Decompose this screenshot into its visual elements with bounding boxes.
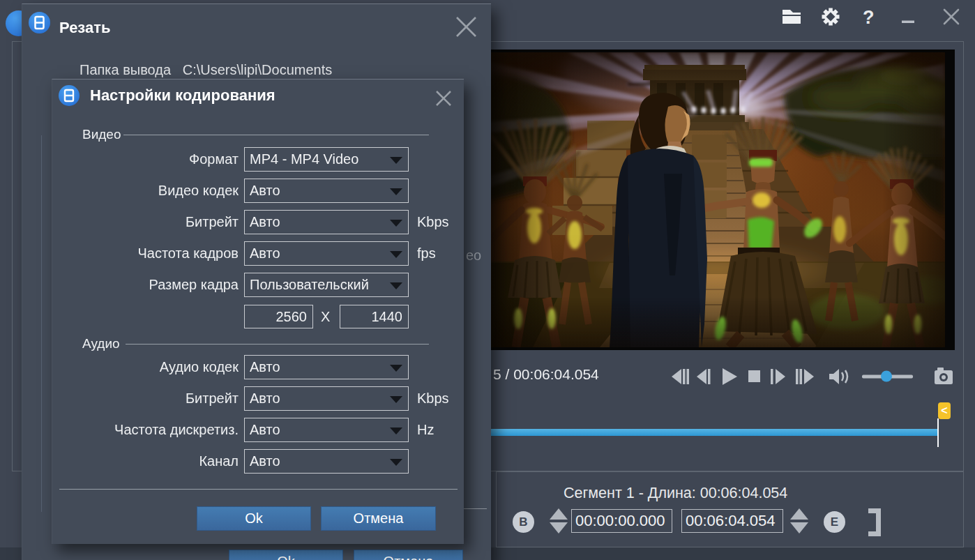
svg-text:?: ? xyxy=(863,7,875,28)
